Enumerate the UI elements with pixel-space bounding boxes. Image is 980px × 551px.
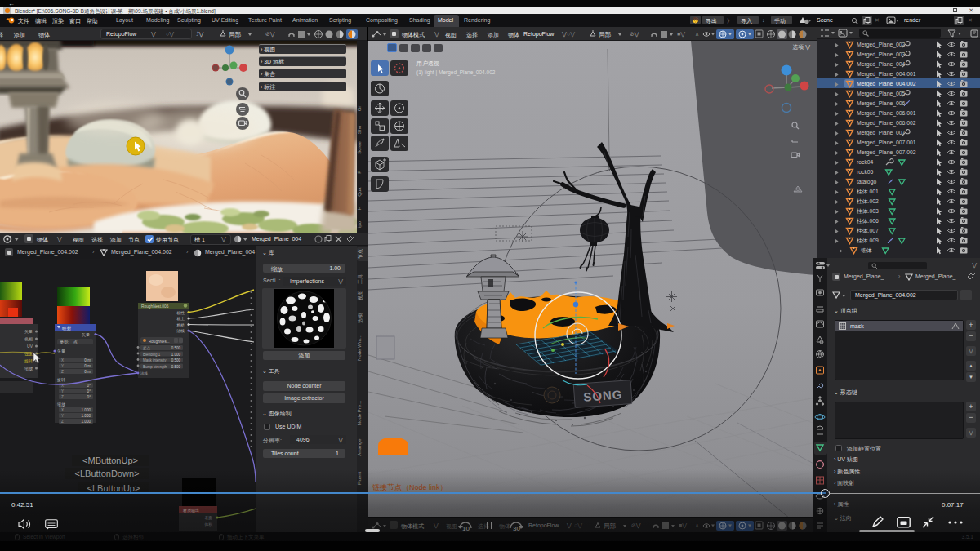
svg-text:柱体.007: 柱体.007	[857, 228, 879, 233]
svg-text:Y: Y	[61, 414, 64, 418]
svg-text:Z: Z	[61, 420, 64, 424]
svg-text:0 m: 0 m	[84, 364, 91, 368]
svg-text:缩放: 缩放	[57, 402, 65, 407]
svg-text:柱体.002: 柱体.002	[857, 198, 879, 204]
svg-text:0°: 0°	[87, 389, 91, 393]
svg-text:局部: 局部	[229, 31, 242, 38]
svg-text:表面: 表面	[204, 515, 212, 520]
svg-text:法线: 法线	[176, 329, 185, 333]
svg-text:SONG: SONG	[583, 387, 623, 403]
svg-text:映射: 映射	[62, 326, 72, 331]
svg-text:局部: 局部	[604, 522, 617, 530]
svg-text:X: X	[61, 358, 64, 362]
svg-text:Merged_Plane_003: Merged_Plane_003	[857, 51, 906, 58]
svg-text:1.000: 1.000	[82, 408, 91, 412]
svg-text:矢量: 矢量	[57, 349, 65, 353]
svg-text:材质输出: 材质输出	[182, 508, 199, 513]
svg-text:色相: 色相	[24, 336, 33, 341]
svg-text:体积: 体积	[203, 522, 212, 527]
svg-text:Merged_Plane_007.002: Merged_Plane_007.002	[857, 149, 916, 156]
svg-text:Merged_Plane_007.001: Merged_Plane_007.001	[857, 140, 916, 146]
svg-text:旋转: 旋转	[24, 358, 33, 364]
svg-text:Merged_Plane_006: Merged_Plane_006	[857, 100, 906, 107]
svg-text:粗糙: 粗糙	[176, 323, 185, 327]
svg-text:0°: 0°	[87, 384, 91, 388]
svg-text:旋转: 旋转	[56, 377, 65, 383]
svg-text:rock04: rock04	[857, 159, 874, 165]
svg-text:30: 30	[513, 525, 520, 531]
svg-text:Mask intensity: Mask intensity	[143, 358, 167, 362]
svg-text:1.000: 1.000	[82, 414, 91, 418]
svg-text:矢量: 矢量	[24, 329, 33, 334]
svg-text:UV: UV	[27, 344, 33, 349]
svg-text:Y: Y	[61, 389, 64, 393]
svg-text:Merged_Plane_007: Merged_Plane_007	[857, 130, 906, 136]
svg-text:缩放: 缩放	[24, 366, 33, 371]
svg-text:1.000: 1.000	[172, 353, 181, 357]
svg-text:局部: 局部	[599, 31, 612, 38]
svg-text:Merged_Plane_004: Merged_Plane_004	[857, 61, 906, 68]
svg-text:Merged_Plane_006.001: Merged_Plane_006.001	[857, 110, 916, 117]
svg-text:X: X	[61, 408, 64, 412]
svg-text:柱体.006: 柱体.006	[857, 218, 879, 224]
svg-text:Z: Z	[61, 370, 64, 374]
svg-text:0 m: 0 m	[84, 358, 91, 362]
svg-text:0.500: 0.500	[172, 358, 181, 362]
svg-text:Bump strength: Bump strength	[143, 365, 167, 369]
svg-text:1.000: 1.000	[82, 420, 91, 424]
svg-text:Z: Z	[61, 395, 64, 399]
svg-text:柱体.003: 柱体.003	[857, 208, 879, 214]
svg-text:矢量: 矢量	[82, 332, 90, 337]
svg-text:0.500: 0.500	[172, 365, 181, 369]
svg-text:rock05: rock05	[857, 169, 874, 175]
svg-text:RoughNes...: RoughNes...	[149, 340, 170, 344]
svg-text:RoughNest.006: RoughNest.006	[141, 304, 169, 309]
svg-text:柱体.001: 柱体.001	[857, 189, 879, 194]
svg-text:Merged_Plane_004.001: Merged_Plane_004.001	[857, 71, 916, 78]
svg-text:0.500: 0.500	[172, 346, 181, 350]
svg-text:链接节点（Node link）: 链接节点（Node link）	[372, 483, 448, 491]
svg-text:点: 点	[74, 340, 78, 344]
svg-text:Merged_Plane_002: Merged_Plane_002	[857, 42, 906, 48]
svg-text:tatalogo: tatalogo	[857, 179, 876, 185]
svg-text:0°: 0°	[87, 395, 91, 399]
svg-text:Blending 1: Blending 1	[143, 353, 161, 357]
svg-text:类型:: 类型:	[60, 340, 69, 345]
svg-text:Y: Y	[61, 364, 64, 368]
svg-text:10: 10	[462, 525, 470, 531]
svg-text:0 m: 0 m	[84, 370, 91, 374]
svg-text:强度: 强度	[24, 351, 33, 357]
svg-text:锥体: 锥体	[860, 247, 872, 253]
svg-text:Merged_Plane_005: Merged_Plane_005	[857, 91, 906, 97]
svg-text:Merged_Plane_004.002: Merged_Plane_004.002	[857, 81, 916, 87]
svg-text:法线: 法线	[140, 371, 149, 375]
svg-text:Merged_Plane_006.002: Merged_Plane_006.002	[857, 120, 916, 127]
svg-text:柱体.009: 柱体.009	[857, 238, 879, 243]
